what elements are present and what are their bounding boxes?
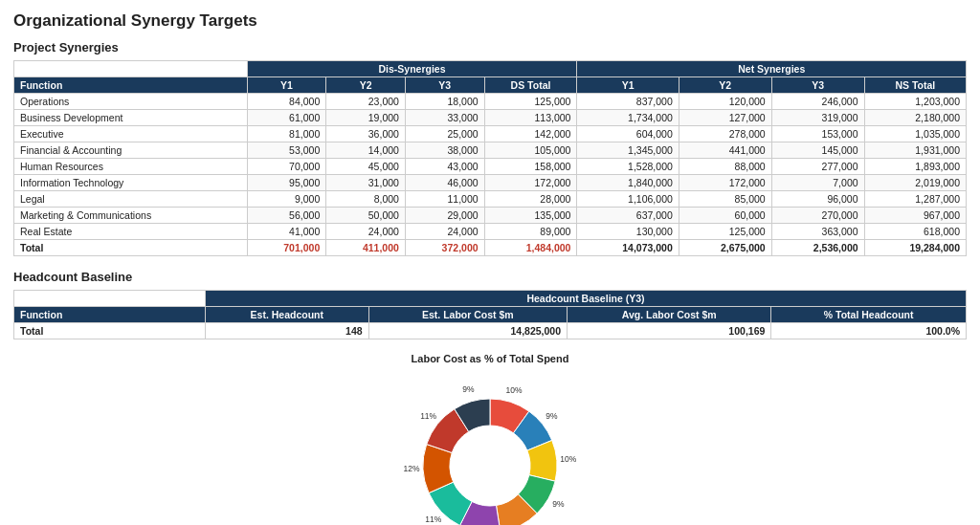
- hc-total-labor-cost: 14,825,000: [368, 323, 567, 339]
- row-ns-total: 1,287,000: [864, 191, 966, 208]
- row-function: Legal: [14, 191, 248, 208]
- total-ds-y2: 411,000: [326, 240, 406, 256]
- row-function: Operations: [14, 94, 248, 110]
- row-ds-y2: 8,000: [326, 191, 406, 208]
- row-ns-y1: 837,000: [577, 94, 679, 110]
- row-ds-y2: 23,000: [326, 94, 406, 110]
- donut-pct-label: 9%: [552, 499, 565, 509]
- synergy-row: Information Technology 95,000 31,000 46,…: [14, 175, 967, 191]
- col-ns-total: NS Total: [864, 77, 966, 94]
- row-function: Human Resources: [14, 159, 248, 175]
- donut-pct-label: 11%: [420, 411, 436, 421]
- row-ns-y3: 145,000: [771, 142, 864, 159]
- col-ns-y2: Y2: [679, 77, 771, 94]
- donut-pct-label: 11%: [425, 514, 441, 524]
- row-ds-y3: 33,000: [405, 110, 484, 126]
- col-ns-y3: Y3: [771, 77, 864, 94]
- hc-group-header: Headcount Baseline (Y3): [206, 291, 967, 307]
- synergy-row: Business Development 61,000 19,000 33,00…: [14, 110, 967, 126]
- chart-section: Labor Cost as % of Total Spend 10%9%10%9…: [13, 353, 967, 525]
- row-ds-total: 125,000: [484, 94, 577, 110]
- synergy-row: Real Estate 41,000 24,000 24,000 89,000 …: [14, 224, 967, 240]
- chart-title: Labor Cost as % of Total Spend: [13, 353, 967, 364]
- synergy-row: Legal 9,000 8,000 11,000 28,000 1,106,00…: [14, 191, 967, 208]
- row-ds-y3: 11,000: [405, 191, 484, 208]
- synergy-row: Executive 81,000 36,000 25,000 142,000 6…: [14, 126, 967, 142]
- row-ns-y3: 319,000: [771, 110, 864, 126]
- page-title: Organizational Synergy Targets: [13, 11, 967, 31]
- total-label: Total: [14, 240, 248, 256]
- row-ds-total: 113,000: [484, 110, 577, 126]
- donut-chart-container: 10%9%10%9%10%10%11%12%11%9%: [394, 370, 586, 525]
- col-ds-y1: Y1: [247, 77, 326, 94]
- row-ds-y1: 95,000: [247, 175, 326, 191]
- row-ns-y2: 88,000: [679, 159, 771, 175]
- row-ns-y2: 172,000: [679, 175, 771, 191]
- row-ns-y1: 130,000: [577, 224, 679, 240]
- row-ns-y1: 1,734,000: [577, 110, 679, 126]
- row-ds-total: 158,000: [484, 159, 577, 175]
- total-ns-y1: 14,073,000: [577, 240, 679, 256]
- total-ds-y1: 701,000: [247, 240, 326, 256]
- net-synergies-header: Net Synergies: [577, 61, 967, 77]
- hc-col-est-labor-cost: Est. Labor Cost $m: [368, 307, 567, 323]
- donut-chart: 10%9%10%9%10%10%11%12%11%9%: [394, 370, 586, 525]
- row-ds-y2: 24,000: [326, 224, 406, 240]
- row-ds-y1: 9,000: [247, 191, 326, 208]
- row-ds-y2: 45,000: [326, 159, 406, 175]
- row-ns-total: 1,931,000: [864, 142, 966, 159]
- total-ns-y3: 2,536,000: [771, 240, 864, 256]
- row-ns-total: 2,019,000: [864, 175, 966, 191]
- row-ds-y1: 53,000: [247, 142, 326, 159]
- row-function: Business Development: [14, 110, 248, 126]
- synergy-row: Operations 84,000 23,000 18,000 125,000 …: [14, 94, 967, 110]
- row-ds-y2: 31,000: [326, 175, 406, 191]
- total-ds-y3: 372,000: [405, 240, 484, 256]
- row-ds-y1: 81,000: [247, 126, 326, 142]
- row-ds-total: 105,000: [484, 142, 577, 159]
- hc-empty-header: [14, 291, 206, 307]
- hc-total-pct-headcount: 100.0%: [771, 323, 967, 339]
- hc-group-header-row: Headcount Baseline (Y3): [14, 291, 967, 307]
- row-ds-total: 89,000: [484, 224, 577, 240]
- row-ns-y2: 127,000: [679, 110, 771, 126]
- row-ds-y2: 36,000: [326, 126, 406, 142]
- row-ns-y1: 604,000: [577, 126, 679, 142]
- synergy-row: Financial & Accounting 53,000 14,000 38,…: [14, 142, 967, 159]
- row-ns-y3: 270,000: [771, 208, 864, 224]
- empty-header: [14, 61, 248, 77]
- section2-title: Headcount Baseline: [13, 270, 967, 284]
- col-ds-y3: Y3: [405, 77, 484, 94]
- row-ds-y1: 70,000: [247, 159, 326, 175]
- col-header-row: Function Y1 Y2 Y3 DS Total Y1 Y2 Y3 NS T…: [14, 77, 967, 94]
- group-header-row: Dis-Synergies Net Synergies: [14, 61, 967, 77]
- synergies-table: Dis-Synergies Net Synergies Function Y1 …: [13, 60, 967, 256]
- row-ds-y2: 14,000: [326, 142, 406, 159]
- row-ns-y3: 153,000: [771, 126, 864, 142]
- row-ns-total: 618,000: [864, 224, 966, 240]
- row-ds-y2: 50,000: [326, 208, 406, 224]
- row-function: Financial & Accounting: [14, 142, 248, 159]
- row-ns-y2: 85,000: [679, 191, 771, 208]
- donut-pct-label: 10%: [560, 454, 576, 464]
- row-ns-y1: 1,106,000: [577, 191, 679, 208]
- row-ds-y1: 84,000: [247, 94, 326, 110]
- row-ds-y3: 46,000: [405, 175, 484, 191]
- row-ds-y3: 38,000: [405, 142, 484, 159]
- hc-total-row: Total 148 14,825,000 100,169 100.0%: [14, 323, 967, 339]
- row-function: Marketing & Communications: [14, 208, 248, 224]
- headcount-table: Headcount Baseline (Y3) Function Est. He…: [13, 290, 967, 339]
- synergy-total-row: Total 701,000 411,000 372,000 1,484,000 …: [14, 240, 967, 256]
- col-ds-total: DS Total: [484, 77, 577, 94]
- row-ns-total: 1,893,000: [864, 159, 966, 175]
- donut-pct-label: 9%: [462, 384, 475, 394]
- row-ds-y3: 25,000: [405, 126, 484, 142]
- donut-pct-label: 10%: [506, 385, 523, 395]
- hc-total-label: Total: [14, 323, 206, 339]
- row-ns-y3: 277,000: [771, 159, 864, 175]
- row-ns-y1: 1,528,000: [577, 159, 679, 175]
- col-function: Function: [14, 77, 248, 94]
- col-ns-y1: Y1: [577, 77, 679, 94]
- synergy-row: Human Resources 70,000 45,000 43,000 158…: [14, 159, 967, 175]
- row-ns-y1: 1,345,000: [577, 142, 679, 159]
